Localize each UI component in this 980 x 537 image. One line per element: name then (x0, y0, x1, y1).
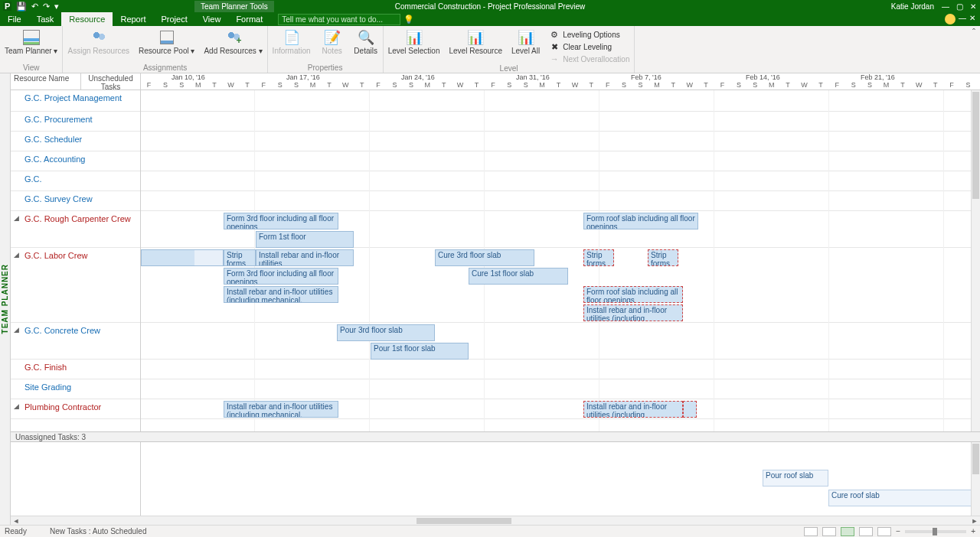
timeline-header: Jan 10, '16Jan 17, '16Jan 24, '16Jan 31,… (141, 73, 980, 90)
resource-row[interactable]: ◢G.C. Rough Carpenter Crew (11, 211, 140, 248)
tab-task[interactable]: Task (29, 12, 62, 26)
resource-pool-button[interactable]: Resource Pool ▾ (139, 28, 194, 63)
resource-row[interactable]: G.C. Accounting (11, 151, 140, 171)
resource-row[interactable]: G.C. Finish (11, 360, 140, 379)
vertical-scrollbar[interactable] (971, 90, 980, 431)
day-label: M (648, 81, 665, 89)
unassigned-chart[interactable]: Pour roof slabCure roof slab (141, 442, 971, 516)
tab-format[interactable]: Format (228, 12, 270, 26)
day-label: S (272, 81, 288, 89)
view-resource-sheet-button[interactable] (859, 527, 873, 536)
task-bar[interactable]: Install rebar and in-floor utilities (in… (224, 286, 338, 303)
zoom-in-icon[interactable]: + (971, 527, 975, 535)
unassigned-header[interactable]: Unassigned Tasks: 3 (11, 431, 980, 442)
feedback-icon[interactable] (945, 14, 956, 24)
task-bar[interactable] (683, 401, 697, 418)
information-button[interactable]: 📄Information (273, 28, 311, 63)
day-label: F (371, 81, 387, 89)
resource-row[interactable]: ◢G.C. Concrete Crew (11, 323, 140, 360)
level-resource-button[interactable]: 📊Level Resource (449, 28, 501, 64)
unassigned-task-bar[interactable]: Pour roof slab (763, 470, 828, 487)
level-selection-button[interactable]: 📊Level Selection (388, 28, 440, 64)
expand-icon[interactable]: ◢ (14, 251, 19, 259)
ribbon-close-icon[interactable]: ✕ (969, 14, 975, 24)
unassigned-task-bar[interactable]: Cure roof slab (828, 490, 980, 506)
tab-project[interactable]: Project (153, 12, 194, 26)
resource-name: Site Grading (24, 382, 71, 392)
task-bar[interactable]: Install rebar and in-floor utilities (in… (224, 401, 338, 418)
task-bar[interactable]: Form roof slab including all floor openi… (583, 213, 698, 229)
resource-row[interactable]: G.C. Procurement (11, 112, 140, 132)
tab-report[interactable]: Report (113, 12, 153, 26)
close-icon[interactable]: ✕ (968, 2, 978, 11)
task-bar[interactable]: Form 3rd floor including all floor openi… (224, 268, 338, 285)
task-bar[interactable]: Form roof slab including all floor openi… (583, 286, 683, 303)
resource-row[interactable]: ◢G.C. Labor Crew (11, 248, 140, 323)
resource-row[interactable]: ◢Plumbing Contractor (11, 399, 140, 419)
day-label: S (174, 81, 190, 89)
redo-icon[interactable]: ↷ (43, 2, 50, 11)
task-bar[interactable]: Install rebar and in-floor utilities (256, 249, 354, 266)
day-label: T (239, 81, 255, 89)
scroll-right-icon[interactable]: ► (969, 517, 980, 525)
expand-icon[interactable]: ◢ (14, 402, 19, 410)
notes-button[interactable]: 📝Notes (320, 28, 345, 63)
day-label: M (534, 81, 550, 89)
task-bar[interactable]: Form 1st floor (256, 231, 354, 248)
maximize-icon[interactable]: ▢ (954, 2, 965, 11)
undo-icon[interactable]: ↶ (31, 2, 38, 11)
task-bar[interactable]: Form 3rd floor including all floor openi… (224, 213, 338, 229)
day-label: S (960, 81, 976, 89)
assign-resources-button[interactable]: Assign Resources (67, 28, 129, 63)
resource-name-header[interactable]: Resource Name (11, 73, 81, 90)
tab-resource[interactable]: Resource (61, 12, 113, 26)
view-team-planner-button[interactable] (841, 527, 854, 536)
clear-leveling-button[interactable]: ✖Clear Leveling (549, 41, 629, 52)
view-report-button[interactable] (877, 527, 891, 536)
resource-row[interactable]: G.C. Scheduler (11, 132, 140, 151)
next-overallocation-button[interactable]: →Next Overallocation (549, 54, 629, 64)
unassigned-vscroll[interactable] (971, 442, 980, 516)
scroll-left-icon[interactable]: ◄ (11, 517, 21, 525)
task-bar[interactable]: Strip forms (583, 249, 614, 266)
minimize-icon[interactable]: — (940, 2, 951, 11)
zoom-out-icon[interactable]: − (896, 527, 900, 535)
add-resources-button[interactable]: Add Resources ▾ (204, 28, 262, 63)
task-bar[interactable]: Strip forms (648, 249, 678, 266)
leveling-options-button[interactable]: ⚙Leveling Options (549, 29, 629, 40)
zoom-slider[interactable] (905, 530, 966, 533)
day-label: T (894, 81, 910, 89)
unscheduled-header[interactable]: Unscheduled Tasks (81, 73, 141, 90)
lightbulb-icon[interactable]: 💡 (403, 15, 414, 24)
resource-row[interactable]: G.C. (11, 171, 140, 191)
task-bar[interactable]: Cure 3rd floor slab (435, 249, 534, 266)
save-icon[interactable]: 💾 (16, 2, 27, 11)
view-task-usage-button[interactable] (822, 527, 836, 536)
expand-icon[interactable]: ◢ (14, 326, 19, 334)
tab-view[interactable]: View (195, 12, 229, 26)
timeline-chart[interactable]: Form 3rd floor including all floor openi… (141, 90, 971, 431)
team-planner-button[interactable]: Team Planner ▾ (5, 28, 57, 63)
task-bar[interactable]: Pour 1st floor slab (371, 343, 469, 360)
level-all-button[interactable]: 📊Level All (511, 28, 540, 64)
tell-me-input[interactable]: Tell me what you want to do... (278, 14, 400, 25)
details-button[interactable]: 🔍Details (354, 28, 378, 63)
resource-row[interactable]: G.C. Project Management (11, 90, 140, 112)
task-bar[interactable]: Pour 3rd floor slab (337, 324, 435, 341)
expand-icon[interactable]: ◢ (14, 214, 19, 222)
task-bar[interactable]: Cure 1st floor slab (469, 268, 568, 285)
tab-file[interactable]: File (0, 12, 29, 26)
task-bar[interactable]: Install rebar and in-floor utilities (in… (583, 401, 683, 418)
collapse-ribbon-icon[interactable]: ˆ (968, 26, 980, 40)
resource-row[interactable]: Site Grading (11, 379, 140, 399)
ribbon-min-icon[interactable]: — (959, 14, 966, 24)
resource-row[interactable]: G.C. Survey Crew (11, 191, 140, 211)
task-bar[interactable] (141, 249, 224, 266)
view-gantt-button[interactable] (804, 527, 818, 536)
day-label: S (730, 81, 746, 89)
task-bar[interactable]: Strip forms (224, 249, 256, 266)
task-bar[interactable]: Install rebar and in-floor utilities (in… (583, 304, 683, 321)
day-label: W (567, 81, 583, 89)
horizontal-scrollbar[interactable]: ◄ ► (11, 516, 980, 525)
qat-more-icon[interactable]: ▾ (54, 2, 59, 11)
